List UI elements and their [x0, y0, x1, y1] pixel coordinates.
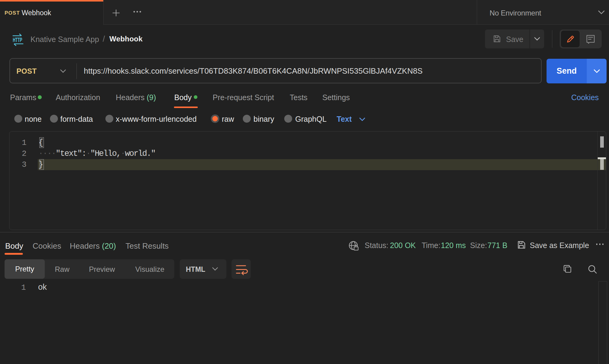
svg-text:HTTP: HTTP [13, 37, 22, 43]
